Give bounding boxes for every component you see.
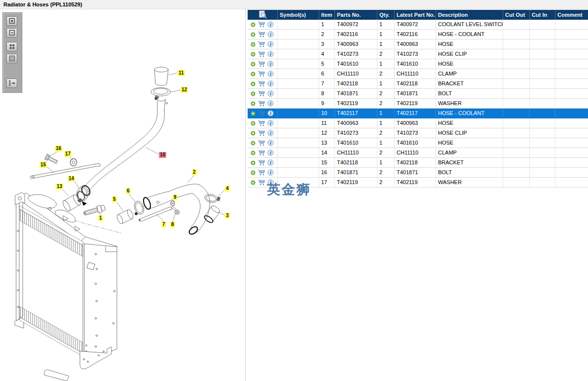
info-icon[interactable] [267, 110, 274, 116]
info-icon[interactable] [267, 169, 274, 176]
diagram-callout-label[interactable]: 1 [98, 215, 103, 221]
cell-comment [555, 158, 588, 168]
add-to-cart-icon[interactable] [257, 130, 266, 136]
add-to-cart-icon[interactable] [257, 21, 266, 28]
cell-symbols [278, 99, 319, 109]
cell-item: 13 [319, 138, 335, 148]
settings-gear-icon[interactable] [250, 180, 256, 186]
cell-symbols [278, 158, 319, 168]
info-icon[interactable] [267, 90, 274, 97]
info-icon[interactable] [267, 61, 274, 67]
diagram-callout-label[interactable]: 15 [39, 162, 47, 168]
add-to-cart-icon[interactable] [257, 90, 266, 97]
add-to-cart-icon[interactable] [257, 31, 266, 38]
table-row[interactable]: 15 T402118 1 T402118 BRACKET [248, 158, 588, 168]
diagram-callout-label[interactable]: 5 [112, 196, 117, 202]
add-to-cart-icon[interactable] [257, 159, 266, 166]
settings-gear-icon[interactable] [250, 41, 256, 47]
diagram-callout-label[interactable]: 16 [55, 146, 62, 152]
diagram-callout-label[interactable]: 3 [225, 213, 230, 219]
settings-gear-icon[interactable] [250, 170, 256, 176]
add-to-cart-icon[interactable] [257, 169, 266, 176]
info-icon[interactable] [267, 71, 274, 77]
settings-gear-icon[interactable] [250, 81, 256, 87]
cell-cut-out [503, 148, 530, 158]
settings-gear-icon[interactable] [250, 150, 256, 156]
cell-item: 7 [319, 79, 335, 89]
diagram-callout-label[interactable]: 9 [173, 194, 178, 200]
table-row[interactable]: 5 T401610 1 T401610 HOSE [248, 59, 588, 69]
info-icon[interactable] [267, 140, 274, 146]
cell-cut-in [530, 178, 555, 188]
diagram-callout-label[interactable]: 2 [192, 169, 197, 175]
diagram-callout-label[interactable]: 14 [68, 176, 75, 182]
diagram-callout-label[interactable]: 11 [178, 70, 185, 76]
table-row[interactable]: 11 T400963 1 T400963 HOSE [248, 118, 588, 128]
cell-cut-out [503, 69, 530, 79]
add-to-cart-icon[interactable] [257, 71, 266, 77]
cell-parts-no: T400963 [335, 118, 377, 128]
table-row[interactable]: 10 T402117 1 T402117 HOSE - COOLANT [248, 109, 588, 118]
add-to-cart-icon[interactable] [257, 80, 266, 87]
cell-latest-part-no: T402118 [395, 79, 436, 89]
add-to-cart-icon[interactable] [257, 110, 266, 116]
settings-gear-icon[interactable] [250, 22, 256, 28]
table-row[interactable]: 13 T401610 1 T401610 HOSE [248, 138, 588, 148]
table-row[interactable]: 8 T401871 2 T401871 BOLT [248, 89, 588, 99]
add-to-cart-icon[interactable] [257, 61, 266, 67]
settings-gear-icon[interactable] [250, 140, 256, 146]
add-to-cart-icon[interactable] [257, 120, 266, 126]
table-row[interactable]: 16 T401871 2 T401871 BOLT [248, 168, 588, 178]
cell-comment [555, 138, 588, 148]
info-icon[interactable] [267, 159, 274, 166]
cell-latest-part-no: CH11110 [395, 69, 436, 79]
settings-gear-icon[interactable] [250, 120, 256, 126]
diagram-callout-label[interactable]: 8 [170, 222, 175, 228]
add-to-cart-icon[interactable] [257, 41, 266, 47]
diagram-callout-label[interactable]: 17 [64, 151, 72, 157]
diagram-callout-label[interactable]: 4 [225, 186, 230, 191]
table-row[interactable]: 4 T410273 2 T410273 HOSE CLIP [248, 49, 588, 59]
table-row[interactable]: 12 T410273 2 T410273 HOSE CLIP [248, 128, 588, 138]
table-row[interactable]: 1 T400972 1 T400972 COOLANT LEVEL SWITCH [248, 20, 588, 30]
table-row[interactable]: 2 T402116 1 T402116 HOSE - COOLANT [248, 30, 588, 39]
cell-qty: 1 [377, 138, 395, 148]
info-icon[interactable] [267, 130, 274, 136]
info-icon[interactable] [267, 31, 274, 38]
cell-item: 4 [319, 49, 335, 59]
info-icon[interactable] [267, 41, 274, 47]
add-to-cart-icon[interactable] [257, 179, 266, 186]
table-row[interactable]: 14 CH11110 2 CH11110 CLAMP [248, 148, 588, 158]
settings-gear-icon[interactable] [250, 111, 256, 116]
table-row[interactable]: 6 CH11110 2 CH11110 CLAMP [248, 69, 588, 79]
diagram-callout-label[interactable]: 10 [159, 152, 166, 158]
settings-gear-icon[interactable] [250, 71, 256, 77]
settings-gear-icon[interactable] [250, 101, 256, 107]
diagram-callout-label[interactable]: 13 [56, 184, 63, 190]
info-icon[interactable] [267, 51, 274, 57]
settings-gear-icon[interactable] [250, 160, 256, 166]
settings-gear-icon[interactable] [250, 130, 256, 136]
cell-cut-in [530, 109, 555, 118]
info-icon[interactable] [267, 100, 274, 107]
add-to-cart-icon[interactable] [257, 51, 266, 57]
info-icon[interactable] [267, 80, 274, 87]
settings-gear-icon[interactable] [250, 51, 256, 57]
cell-latest-part-no: T402118 [395, 158, 436, 168]
settings-gear-icon[interactable] [250, 32, 256, 38]
add-to-cart-icon[interactable] [257, 100, 266, 107]
header-doc-search[interactable] [248, 10, 278, 20]
table-row[interactable]: 7 T402118 1 T402118 BRACKET [248, 79, 588, 89]
diagram-callout-label[interactable]: 7 [161, 222, 166, 228]
settings-gear-icon[interactable] [250, 91, 256, 97]
table-row[interactable]: 9 T402119 2 T402119 WASHER [248, 99, 588, 109]
info-icon[interactable] [267, 120, 274, 126]
settings-gear-icon[interactable] [250, 61, 256, 67]
diagram-callout-label[interactable]: 12 [181, 87, 188, 93]
info-icon[interactable] [267, 150, 274, 156]
diagram-callout-label[interactable]: 6 [126, 188, 131, 194]
add-to-cart-icon[interactable] [257, 140, 266, 146]
info-icon[interactable] [267, 21, 274, 28]
add-to-cart-icon[interactable] [257, 150, 266, 156]
table-row[interactable]: 3 T400963 1 T400963 HOSE [248, 39, 588, 49]
